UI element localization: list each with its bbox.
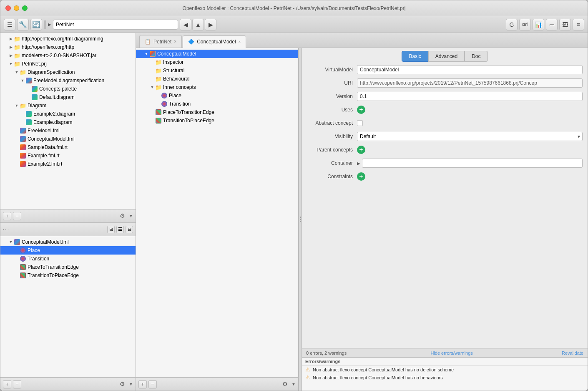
tree-item-example2-rt[interactable]: Example2.fml.rt — [0, 160, 136, 168]
uses-add-button[interactable]: + — [357, 106, 365, 114]
right-tree-structural[interactable]: 📁 Structural — [136, 66, 298, 75]
tree-item-conceptualmodel-fml[interactable]: ConceptualModel.fml — [0, 135, 136, 143]
vertical-divider[interactable] — [299, 48, 302, 391]
tree-arrow — [149, 118, 155, 124]
tab-petrinet[interactable]: 📋 PetriNet × — [139, 35, 182, 48]
drag-handle: · · · — [3, 227, 9, 232]
container-label: Container — [307, 160, 357, 166]
version-input[interactable] — [357, 92, 583, 101]
folder-icon: 📁 — [155, 84, 162, 91]
right-tree-inner-concepts[interactable]: ▼ 📁 Inner concepts — [136, 83, 298, 91]
constraints-add-button[interactable]: + — [357, 172, 365, 181]
right-tree-place[interactable]: Place — [136, 91, 298, 100]
tree-arrow: ▶ — [8, 53, 14, 58]
tree-item-fml-diagramming[interactable]: ▶ 📁 http://openflexo.org/fml-diagramming — [0, 35, 136, 43]
uri-input[interactable] — [357, 78, 583, 88]
tab-close[interactable]: × — [239, 40, 241, 44]
back-button[interactable]: ◀ — [180, 19, 191, 30]
dropdown-arrow[interactable]: ▼ — [129, 214, 133, 218]
right-btn-6[interactable]: ≡ — [573, 19, 584, 30]
tree-arrow — [14, 153, 20, 159]
right-tree-place-trans-edge[interactable]: PlaceToTransitionEdge — [136, 108, 298, 116]
remove-button[interactable]: − — [148, 380, 157, 388]
doc-tab[interactable]: Doc — [465, 51, 487, 62]
detail-form: VirtualModel URI Version Uses — [302, 65, 588, 348]
forward-button[interactable]: ▶ — [205, 19, 216, 30]
hide-errors-link[interactable]: Hide errors/warnings — [430, 351, 472, 356]
right-btn-5[interactable]: 🖼 — [559, 19, 571, 30]
add-button[interactable]: + — [3, 212, 11, 220]
tree-label: ConceptualModel.fml — [28, 136, 75, 142]
bottom-tree-transition[interactable]: Transition — [0, 255, 136, 263]
right-tree-root[interactable]: ▼ ConceptualModel — [136, 50, 298, 58]
settings-icon[interactable]: ⚙ — [120, 381, 127, 388]
abstract-concept-checkbox[interactable] — [357, 120, 363, 126]
right-btn-3[interactable]: 📊 — [533, 19, 544, 30]
container-input[interactable] — [362, 159, 583, 168]
tree-label: http://openflexo.org/http — [22, 44, 74, 50]
up-button[interactable]: ▲ — [192, 19, 204, 30]
bottom-tree-place[interactable]: Place — [0, 246, 136, 255]
tree-item-concepts-palette[interactable]: Concepts.palette — [0, 85, 136, 93]
tree-item-freemodel-diagramspec[interactable]: ▼ FreeModel.diagramspecification — [0, 76, 136, 85]
tree-item-http[interactable]: ▶ 📁 http://openflexo.org/http — [0, 43, 136, 51]
tree-item-freemodel-fml[interactable]: FreeModel.fml — [0, 126, 136, 135]
container-value-row: ▶ — [357, 159, 583, 168]
close-button[interactable] — [5, 5, 11, 11]
right-tree-behavioural[interactable]: 📁 Behavioural — [136, 75, 298, 83]
tree-label: PlaceToTransitionEdge — [163, 109, 214, 115]
tab-close[interactable]: × — [174, 39, 176, 44]
dropdown-arrow[interactable]: ▼ — [291, 382, 296, 386]
remove-button[interactable]: − — [13, 212, 21, 220]
view-btn-3[interactable]: ⊟ — [126, 226, 133, 233]
add-button[interactable]: + — [3, 380, 11, 388]
bottom-left-panel: ▼ ConceptualModel.fml Place Transition — [0, 236, 136, 391]
tree-item-diagramspec[interactable]: ▼ 📁 DiagramSpecification — [0, 68, 136, 76]
parent-concepts-add-button[interactable]: + — [357, 146, 365, 154]
tree-item-default-diagram[interactable]: Default.diagram — [0, 93, 136, 101]
collapse-btn[interactable]: ☰ — [4, 19, 15, 30]
tree-item-petrinet-prj[interactable]: ▼ 📁 PetriNet.prj — [0, 60, 136, 68]
basic-tab[interactable]: Basic — [402, 51, 428, 62]
visibility-select[interactable]: Default Public Private — [357, 132, 583, 141]
bottom-tree-root[interactable]: ▼ ConceptualModel.fml — [0, 238, 136, 246]
tab-conceptualmodel[interactable]: 🔷 ConceptualModel × — [183, 35, 246, 48]
virtual-model-input[interactable] — [357, 65, 583, 74]
tree-item-diagram-folder[interactable]: ▼ 📁 Diagram — [0, 101, 136, 110]
tree-item-sampledata[interactable]: SampleData.fml.rt — [0, 143, 136, 151]
remove-button[interactable]: − — [13, 380, 21, 388]
tree-item-example-diagram[interactable]: Example.diagram — [0, 118, 136, 126]
icon-btn-1[interactable]: 🔧 — [17, 19, 29, 30]
bottom-tree-place-trans-edge[interactable]: PlaceToTransitionEdge — [0, 263, 136, 271]
maximize-button[interactable] — [22, 5, 28, 11]
right-btn-2[interactable]: xml — [519, 19, 531, 30]
minimize-button[interactable] — [14, 5, 19, 11]
view-btn-2[interactable]: ☰ — [116, 226, 124, 233]
tree-label: Default.diagram — [39, 94, 75, 100]
right-btn-1[interactable]: G — [506, 19, 518, 30]
revalidate-link[interactable]: Revalidate — [562, 351, 583, 356]
tree-arrow: ▶ — [8, 36, 14, 42]
icon-btn-2[interactable]: 🔄 — [30, 19, 42, 30]
right-tree-trans-place-edge[interactable]: TransitionToPlaceEdge — [136, 116, 298, 125]
tree-item-modelers[interactable]: ▶ 📁 modelers-rc-2.0.0-SNAPSHOT.jar — [0, 51, 136, 60]
right-btn-4[interactable]: ▭ — [546, 19, 558, 30]
tree-arrow — [149, 68, 155, 73]
settings-icon[interactable]: ⚙ — [120, 212, 127, 220]
tree-item-example-rt[interactable]: Example.fml.rt — [0, 151, 136, 160]
bottom-tree-trans-place-edge[interactable]: TransitionToPlaceEdge — [0, 271, 136, 280]
diagram-icon — [31, 94, 38, 101]
address-bar[interactable]: PetriNet — [53, 20, 178, 30]
container-arrow-icon: ▶ — [357, 161, 360, 166]
tree-arrow — [14, 136, 20, 142]
advanced-tab[interactable]: Advanced — [428, 51, 465, 62]
right-tree-inspector[interactable]: 📁 Inspector — [136, 58, 298, 66]
tab-bar: 📋 PetriNet × 🔷 ConceptualModel × — [136, 33, 588, 48]
right-tree-transition[interactable]: Transition — [136, 100, 298, 108]
dropdown-arrow[interactable]: ▼ — [129, 382, 133, 386]
tree-item-example2-diagram[interactable]: Example2.diagram — [0, 110, 136, 118]
add-button[interactable]: + — [138, 380, 147, 388]
tree-label: Place — [169, 93, 181, 98]
view-btn-1[interactable]: ⊞ — [107, 226, 115, 233]
settings-icon[interactable]: ⚙ — [282, 381, 290, 388]
